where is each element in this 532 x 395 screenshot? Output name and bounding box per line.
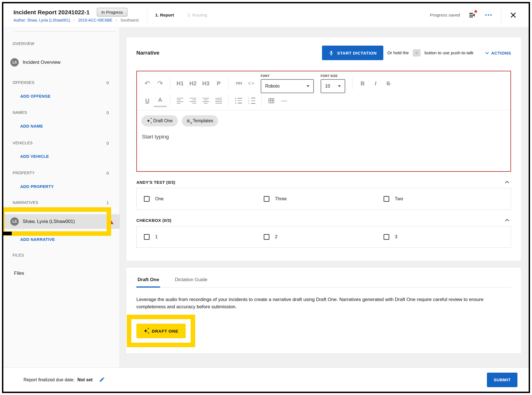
section-count: 0: [106, 110, 109, 115]
caret-down-icon: [307, 85, 309, 87]
actions-menu-button[interactable]: ACTIONS: [485, 51, 511, 55]
heading3-button[interactable]: H3: [199, 77, 212, 90]
sidebar-item-files[interactable]: Files: [3, 266, 120, 280]
chip-label: Templates: [193, 118, 213, 123]
footer: Report finalized due date: Not set SUBMI…: [3, 368, 529, 392]
italic-button[interactable]: I: [369, 77, 382, 90]
group-header-checkbox: CHECKBOX (0/3): [136, 218, 511, 223]
start-dictation-button[interactable]: START DICTATION: [322, 46, 383, 60]
sidebar-divider: [14, 31, 116, 32]
undo-icon[interactable]: ↶: [141, 77, 154, 90]
add-narrative-button[interactable]: ADD NARRATIVE: [20, 237, 55, 242]
step-report[interactable]: 1. Report: [155, 13, 174, 18]
header-divider: [147, 6, 147, 24]
add-offense-button[interactable]: ADD OFFENSE: [20, 94, 50, 98]
due-date-value: Not set: [77, 377, 92, 382]
checkbox-item-3[interactable]: 3: [384, 234, 503, 240]
close-icon[interactable]: [508, 10, 518, 20]
section-label: VEHICLES: [13, 141, 33, 145]
checkbox-item-2[interactable]: 2: [264, 234, 384, 240]
toggle-sidebar-icon[interactable]: [467, 10, 477, 20]
checkbox[interactable]: [144, 234, 150, 240]
tab-draft-one[interactable]: Draft One: [136, 275, 160, 288]
horizontal-rule-icon[interactable]: —: [278, 94, 291, 107]
code-icon[interactable]: <>: [245, 77, 258, 90]
font-select[interactable]: Roboto: [261, 79, 314, 93]
collapse-chevron-icon[interactable]: [505, 218, 509, 223]
align-right-icon[interactable]: [186, 94, 199, 107]
heading2-button[interactable]: H2: [186, 77, 199, 90]
sidebar-item-narrative-shaw[interactable]: LS Shaw, Lyvia (LShaw001): [3, 214, 120, 229]
section-names: NAMES 0: [13, 110, 109, 115]
add-property-button[interactable]: ADD PROPERTY: [20, 184, 54, 189]
narrative-text-area[interactable]: Start typing: [137, 126, 510, 171]
draft-one-chip[interactable]: ✦✦✦ Draft One: [141, 115, 178, 126]
author-link[interactable]: Author: Shaw, Lyvia (LShaw001): [13, 18, 70, 22]
font-size-select[interactable]: 10: [321, 79, 345, 93]
templates-chip[interactable]: ≡+ Templates: [182, 115, 218, 126]
add-name-button[interactable]: ADD NAME: [20, 124, 43, 128]
paragraph-button[interactable]: P: [212, 77, 225, 90]
edit-pencil-icon[interactable]: [99, 377, 106, 383]
add-vehicle-button[interactable]: ADD VEHICLE: [20, 154, 49, 159]
bulleted-list-icon[interactable]: [232, 94, 245, 107]
align-justify-icon[interactable]: [212, 94, 225, 107]
sidebar-item-label: Files: [14, 271, 24, 276]
checkbox-item-two[interactable]: Two: [384, 196, 503, 202]
sidebar-item-label: Incident Overview: [23, 60, 60, 65]
case-number-link[interactable]: 2019-ACC-09C6BE: [78, 18, 112, 22]
numbered-list-icon[interactable]: 1 2 3: [245, 94, 258, 107]
checkbox[interactable]: [384, 196, 389, 202]
submit-button[interactable]: SUBMIT: [487, 373, 517, 387]
checkbox[interactable]: [264, 234, 269, 240]
draft-tabs: Draft One Dictation Guide: [136, 275, 511, 288]
checkbox[interactable]: [384, 234, 389, 240]
text-color-button[interactable]: A: [154, 94, 167, 107]
align-left-icon[interactable]: [174, 94, 186, 107]
checkbox-item-three[interactable]: Three: [264, 196, 384, 202]
group-title: ANDY'S TEST (0/3): [136, 180, 175, 185]
editor-toolbar: ↶ ↷ H1 H2 H3 P ”” <> FONT: [137, 71, 510, 110]
app-window: Incident Report 20241022-1 In Progress A…: [2, 2, 530, 393]
collapse-chevron-icon[interactable]: [505, 180, 509, 185]
template-add-icon: ≡+: [187, 118, 190, 124]
checkbox[interactable]: [144, 196, 150, 202]
align-center-icon[interactable]: [199, 94, 212, 107]
bold-button[interactable]: B: [356, 77, 369, 90]
checkbox-item-one[interactable]: One: [144, 196, 264, 202]
strikethrough-button[interactable]: S: [382, 77, 395, 90]
font-size-label: FONT SIZE: [321, 74, 345, 77]
avatar: LS: [10, 217, 19, 226]
toolbar-separator: [353, 77, 353, 90]
checkbox-item-1[interactable]: 1: [144, 234, 264, 240]
draft-one-button[interactable]: ✦✦✦ DRAFT ONE: [136, 324, 186, 338]
checkbox-label: 1: [155, 234, 158, 239]
more-options-button[interactable]: •••: [484, 10, 494, 20]
font-select-group: FONT Roboto: [261, 74, 314, 93]
checkbox[interactable]: [264, 196, 269, 202]
sidebar: OVERVIEW LS Incident Overview OFFENSES 0…: [3, 27, 120, 368]
section-files: FILES: [13, 253, 109, 257]
group-title: CHECKBOX (0/3): [136, 218, 171, 223]
main-content: Narrative START DICTATION Or hold the ~: [120, 27, 529, 368]
header-divider: [501, 6, 501, 24]
tab-dictation-guide[interactable]: Dictation Guide: [174, 275, 208, 287]
push-to-talk-hint: Or hold the: [387, 50, 409, 55]
narrative-editor: ↶ ↷ H1 H2 H3 P ”” <> FONT: [136, 71, 511, 172]
blockquote-icon[interactable]: ””: [232, 77, 245, 90]
section-label: FILES: [13, 253, 24, 257]
checkbox-label: 3: [395, 234, 397, 239]
font-label: FONT: [261, 74, 314, 77]
section-property: PROPERTY 0: [13, 171, 109, 175]
status-badge: In Progress: [97, 8, 127, 17]
page-title: Incident Report 20241022-1: [13, 9, 90, 16]
underline-button[interactable]: U: [141, 94, 154, 107]
sidebar-item-incident-overview[interactable]: LS Incident Overview: [3, 55, 120, 69]
step-routing[interactable]: 2. Routing: [187, 13, 207, 18]
tilde-key-chip: ~: [413, 49, 421, 57]
insert-table-icon[interactable]: [265, 94, 278, 107]
redo-icon[interactable]: ↷: [154, 77, 167, 90]
toolbar-separator: [170, 94, 170, 107]
narrative-title: Narrative: [136, 50, 159, 56]
heading1-button[interactable]: H1: [174, 77, 186, 90]
